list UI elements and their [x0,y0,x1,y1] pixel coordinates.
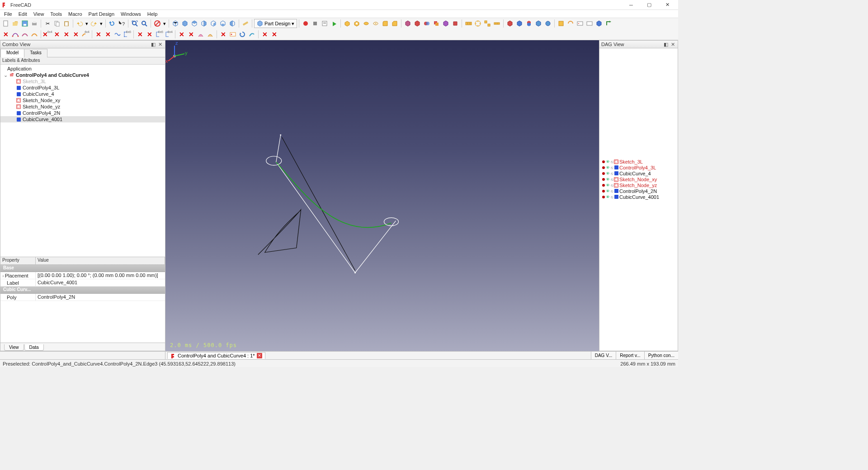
macro-run-button[interactable] [330,19,339,28]
whatsthis-button[interactable]: ? [117,19,126,28]
pd-groove-button[interactable] [371,19,380,28]
dag-item-CubicCurve_4001[interactable]: 👁⎋CubicCurve_4001 [600,194,677,200]
property-tab-view[interactable]: View [4,344,24,351]
macro-list-button[interactable] [320,19,329,28]
pattern-2[interactable] [473,19,482,28]
cut-button[interactable]: ✂ [43,19,52,28]
right-view-button[interactable] [199,19,208,28]
zoom-selection-button[interactable] [140,19,149,28]
solid-2[interactable] [515,19,524,28]
pattern-1[interactable] [464,19,473,28]
status-tab-dag[interactable]: DAG V... [591,352,616,359]
combo-float-button[interactable]: ◧ [150,41,156,47]
dag-item-Sketch_Node_xy[interactable]: 👁⎋Sketch_Node_xy [600,176,677,182]
left-view-button[interactable] [228,19,237,28]
doc-tab-close[interactable]: ✕ [257,353,262,358]
boolean-6[interactable] [451,19,460,28]
nurbs-13[interactable]: 6x6 [123,30,132,39]
dag-item-Sketch_Node_yz[interactable]: 👁⎋Sketch_Node_yz [600,182,677,188]
nurbs-26[interactable]: ✕ [260,30,269,39]
nurbs-24[interactable] [238,30,247,39]
pd-revolve-button[interactable] [362,19,371,28]
model-tree[interactable]: Application ⌄ControlPoly4 and CubicCurve… [0,65,165,257]
tree-item-ControlPoly4_3L[interactable]: ControlPoly4_3L [0,85,165,91]
pattern-3[interactable] [483,19,492,28]
pd-pad-button[interactable] [343,19,352,28]
open-button[interactable] [11,19,20,28]
pd-chamfer-button[interactable] [390,19,399,28]
axis-gizmo[interactable]: z y x [165,40,188,63]
nurbs-19[interactable]: ✕ [187,30,196,39]
3d-viewport[interactable]: 2.0 ms / 500.0 fps z y x [165,40,599,351]
new-button[interactable] [1,19,10,28]
nurbs-6[interactable]: ✕ [52,30,61,39]
misc-6[interactable] [604,19,613,28]
undo-button[interactable] [75,19,84,28]
nurbs-22[interactable]: ✕ [219,30,228,39]
menu-macro[interactable]: Macro [65,11,85,17]
misc-5[interactable] [594,19,604,28]
nurbs-20[interactable] [196,30,205,39]
macro-record-button[interactable] [301,19,310,28]
tree-item-Sketch_Node_xy[interactable]: Sketch_Node_xy [0,97,165,103]
menu-edit[interactable]: Edit [15,11,30,17]
property-placement[interactable]: ›Placement [(0.00 0.00 1.00); 0.00 °; (0… [0,272,165,279]
boolean-4[interactable] [432,19,441,28]
save-button[interactable] [20,19,29,28]
misc-1[interactable] [557,19,566,28]
solid-1[interactable] [505,19,514,28]
front-view-button[interactable] [180,19,189,28]
refresh-button[interactable] [108,19,117,28]
nurbs-16[interactable]: 6x6 [155,30,164,39]
nurbs-10[interactable]: ✕ [94,30,103,39]
nurbs-21[interactable] [206,30,215,39]
combo-view-header[interactable]: Combo View ◧ ✕ [0,41,165,48]
menu-view[interactable]: View [30,11,47,17]
misc-3[interactable] [576,19,585,28]
nurbs-3[interactable] [20,30,29,39]
nurbs-2[interactable] [11,30,20,39]
workbench-selector[interactable]: Part Design ▾ [254,19,297,28]
misc-4[interactable] [585,19,594,28]
nurbs-4[interactable] [30,30,39,39]
nurbs-9[interactable]: 4x4 [81,30,90,39]
undo-dropdown[interactable]: ▾ [85,19,89,28]
nurbs-1[interactable]: ✕ [1,30,10,39]
document-tab[interactable]: ControlPoly4 and CubicCurve4 : 1* ✕ [167,352,265,359]
property-tab-data[interactable]: Data [24,344,44,351]
nurbs-12[interactable] [113,30,122,39]
tree-root[interactable]: Application [0,66,165,72]
boolean-2[interactable] [413,19,422,28]
maximize-button[interactable]: ▢ [640,0,658,10]
boolean-5[interactable] [441,19,450,28]
combo-close-button[interactable]: ✕ [157,41,163,47]
tree-item-ControlPoly4_2N[interactable]: ControlPoly4_2N [0,110,165,116]
paste-button[interactable] [62,19,71,28]
property-poly[interactable]: Poly ControlPoly4_2N [0,294,165,301]
tree-item-Sketch_3L[interactable]: Sketch_3L [0,78,165,85]
nurbs-8[interactable]: ✕ [71,30,80,39]
iso-view-button[interactable] [171,19,180,28]
rear-view-button[interactable] [209,19,218,28]
dag-float-button[interactable]: ◧ [663,41,669,47]
boolean-3[interactable] [422,19,431,28]
nurbs-15[interactable]: ✕ [145,30,154,39]
status-tab-python[interactable]: Python con... [644,352,678,359]
top-view-button[interactable] [190,19,199,28]
solid-4[interactable] [534,19,543,28]
redo-dropdown[interactable]: ▾ [99,19,104,28]
copy-button[interactable] [52,19,61,28]
tree-doc[interactable]: ⌄ControlPoly4 and CubicCurve4 [0,72,165,78]
nurbs-5[interactable]: ✕4x4 [43,30,52,39]
redo-button[interactable] [90,19,99,28]
solid-3[interactable] [524,19,533,28]
menu-part-design[interactable]: Part Design [85,11,118,17]
draw-style-button[interactable] [153,19,162,28]
tree-item-CubicCurve_4001[interactable]: CubicCurve_4001 [0,116,165,122]
nurbs-23[interactable] [228,30,237,39]
dag-view-header[interactable]: DAG View ◧ ✕ [599,41,678,48]
pattern-4[interactable] [492,19,501,28]
menu-tools[interactable]: Tools [47,11,65,17]
close-window-button[interactable]: ✕ [658,0,676,10]
tree-item-CubicCurve_4[interactable]: CubicCurve_4 [0,91,165,97]
